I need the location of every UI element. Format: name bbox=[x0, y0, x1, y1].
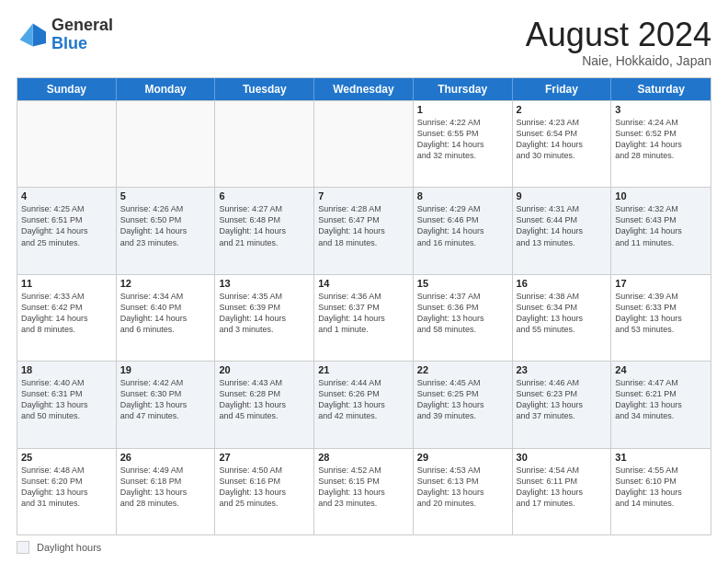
calendar-cell: 23Sunrise: 4:46 AM Sunset: 6:23 PM Dayli… bbox=[513, 362, 612, 447]
day-number: 6 bbox=[219, 190, 310, 201]
title-block: August 2024 Naie, Hokkaido, Japan bbox=[526, 17, 711, 68]
day-number: 12 bbox=[120, 278, 211, 289]
day-number: 14 bbox=[318, 278, 409, 289]
calendar-cell: 17Sunrise: 4:39 AM Sunset: 6:33 PM Dayli… bbox=[611, 275, 711, 361]
calendar-cell: 12Sunrise: 4:34 AM Sunset: 6:40 PM Dayli… bbox=[117, 275, 216, 361]
svg-marker-1 bbox=[20, 23, 33, 46]
cell-info: Sunrise: 4:34 AM Sunset: 6:40 PM Dayligh… bbox=[120, 291, 211, 336]
cell-info: Sunrise: 4:33 AM Sunset: 6:42 PM Dayligh… bbox=[21, 291, 112, 336]
calendar-cell: 30Sunrise: 4:54 AM Sunset: 6:11 PM Dayli… bbox=[513, 449, 612, 534]
calendar-cell: 20Sunrise: 4:43 AM Sunset: 6:28 PM Dayli… bbox=[215, 362, 314, 447]
day-number: 1 bbox=[417, 104, 508, 115]
cell-info: Sunrise: 4:35 AM Sunset: 6:39 PM Dayligh… bbox=[219, 291, 310, 336]
calendar-cell: 10Sunrise: 4:32 AM Sunset: 6:43 PM Dayli… bbox=[611, 188, 711, 273]
cell-info: Sunrise: 4:37 AM Sunset: 6:36 PM Dayligh… bbox=[417, 291, 508, 336]
logo: General Blue bbox=[17, 17, 113, 53]
calendar-cell: 21Sunrise: 4:44 AM Sunset: 6:26 PM Dayli… bbox=[314, 362, 414, 447]
calendar-row: 4Sunrise: 4:25 AM Sunset: 6:51 PM Daylig… bbox=[17, 187, 711, 273]
cell-info: Sunrise: 4:45 AM Sunset: 6:25 PM Dayligh… bbox=[417, 377, 508, 422]
day-number: 22 bbox=[417, 364, 508, 375]
calendar-cell: 29Sunrise: 4:53 AM Sunset: 6:13 PM Dayli… bbox=[414, 449, 513, 534]
calendar-row: 11Sunrise: 4:33 AM Sunset: 6:42 PM Dayli… bbox=[17, 274, 711, 361]
day-number: 16 bbox=[517, 278, 608, 289]
day-number: 23 bbox=[517, 364, 608, 375]
cell-info: Sunrise: 4:48 AM Sunset: 6:20 PM Dayligh… bbox=[21, 465, 112, 510]
day-number: 24 bbox=[615, 364, 707, 375]
header: General Blue August 2024 Naie, Hokkaido,… bbox=[17, 17, 711, 68]
daylight-legend-box bbox=[17, 541, 29, 554]
day-number: 26 bbox=[120, 452, 211, 463]
cell-info: Sunrise: 4:26 AM Sunset: 6:50 PM Dayligh… bbox=[120, 203, 211, 248]
calendar-cell: 11Sunrise: 4:33 AM Sunset: 6:42 PM Dayli… bbox=[17, 275, 117, 361]
day-number: 29 bbox=[417, 452, 508, 463]
weekday-header: Wednesday bbox=[314, 78, 414, 100]
weekday-header: Thursday bbox=[414, 78, 513, 100]
day-number: 21 bbox=[318, 364, 409, 375]
calendar-cell: 1Sunrise: 4:22 AM Sunset: 6:55 PM Daylig… bbox=[414, 101, 513, 187]
calendar-cell bbox=[215, 101, 314, 187]
calendar-cell: 14Sunrise: 4:36 AM Sunset: 6:37 PM Dayli… bbox=[314, 275, 414, 361]
calendar-cell bbox=[314, 101, 414, 187]
day-number: 9 bbox=[517, 190, 608, 201]
calendar-cell: 31Sunrise: 4:55 AM Sunset: 6:10 PM Dayli… bbox=[611, 449, 711, 534]
calendar-body: 1Sunrise: 4:22 AM Sunset: 6:55 PM Daylig… bbox=[17, 100, 711, 534]
calendar-cell: 16Sunrise: 4:38 AM Sunset: 6:34 PM Dayli… bbox=[513, 275, 612, 361]
cell-info: Sunrise: 4:54 AM Sunset: 6:11 PM Dayligh… bbox=[517, 465, 608, 510]
page: General Blue August 2024 Naie, Hokkaido,… bbox=[0, 0, 728, 563]
calendar-row: 25Sunrise: 4:48 AM Sunset: 6:20 PM Dayli… bbox=[17, 448, 711, 534]
calendar-cell: 22Sunrise: 4:45 AM Sunset: 6:25 PM Dayli… bbox=[414, 362, 513, 447]
cell-info: Sunrise: 4:29 AM Sunset: 6:46 PM Dayligh… bbox=[417, 203, 508, 248]
cell-info: Sunrise: 4:31 AM Sunset: 6:44 PM Dayligh… bbox=[517, 203, 608, 248]
weekday-header: Friday bbox=[513, 78, 612, 100]
calendar-row: 1Sunrise: 4:22 AM Sunset: 6:55 PM Daylig… bbox=[17, 100, 711, 187]
weekday-header: Monday bbox=[117, 78, 216, 100]
calendar-cell bbox=[17, 101, 117, 187]
location-subtitle: Naie, Hokkaido, Japan bbox=[526, 53, 711, 68]
day-number: 18 bbox=[21, 364, 112, 375]
cell-info: Sunrise: 4:43 AM Sunset: 6:28 PM Dayligh… bbox=[219, 377, 310, 422]
daylight-legend-label: Daylight hours bbox=[37, 542, 101, 553]
day-number: 28 bbox=[318, 452, 409, 463]
cell-info: Sunrise: 4:40 AM Sunset: 6:31 PM Dayligh… bbox=[21, 377, 112, 422]
day-number: 11 bbox=[21, 278, 112, 289]
cell-info: Sunrise: 4:36 AM Sunset: 6:37 PM Dayligh… bbox=[318, 291, 409, 336]
day-number: 4 bbox=[21, 190, 112, 201]
calendar-cell: 2Sunrise: 4:23 AM Sunset: 6:54 PM Daylig… bbox=[513, 101, 612, 187]
cell-info: Sunrise: 4:50 AM Sunset: 6:16 PM Dayligh… bbox=[219, 465, 310, 510]
calendar-cell: 9Sunrise: 4:31 AM Sunset: 6:44 PM Daylig… bbox=[513, 188, 612, 273]
day-number: 31 bbox=[615, 452, 707, 463]
calendar-cell: 26Sunrise: 4:49 AM Sunset: 6:18 PM Dayli… bbox=[117, 449, 216, 534]
calendar-cell: 15Sunrise: 4:37 AM Sunset: 6:36 PM Dayli… bbox=[414, 275, 513, 361]
calendar-cell: 19Sunrise: 4:42 AM Sunset: 6:30 PM Dayli… bbox=[117, 362, 216, 447]
weekday-header: Sunday bbox=[17, 78, 117, 100]
day-number: 3 bbox=[615, 104, 707, 115]
day-number: 2 bbox=[517, 104, 608, 115]
day-number: 20 bbox=[219, 364, 310, 375]
cell-info: Sunrise: 4:52 AM Sunset: 6:15 PM Dayligh… bbox=[318, 465, 409, 510]
cell-info: Sunrise: 4:23 AM Sunset: 6:54 PM Dayligh… bbox=[517, 117, 608, 162]
calendar-row: 18Sunrise: 4:40 AM Sunset: 6:31 PM Dayli… bbox=[17, 361, 711, 447]
calendar-cell: 27Sunrise: 4:50 AM Sunset: 6:16 PM Dayli… bbox=[215, 449, 314, 534]
svg-marker-0 bbox=[33, 23, 46, 46]
cell-info: Sunrise: 4:22 AM Sunset: 6:55 PM Dayligh… bbox=[417, 117, 508, 162]
day-number: 17 bbox=[615, 278, 707, 289]
calendar-cell: 5Sunrise: 4:26 AM Sunset: 6:50 PM Daylig… bbox=[117, 188, 216, 273]
weekday-header: Saturday bbox=[611, 78, 711, 100]
month-year-title: August 2024 bbox=[526, 17, 711, 53]
calendar-cell: 18Sunrise: 4:40 AM Sunset: 6:31 PM Dayli… bbox=[17, 362, 117, 447]
logo-general: General bbox=[51, 16, 113, 34]
cell-info: Sunrise: 4:24 AM Sunset: 6:52 PM Dayligh… bbox=[615, 117, 707, 162]
day-number: 7 bbox=[318, 190, 409, 201]
footer: Daylight hours bbox=[17, 541, 711, 554]
calendar-cell: 24Sunrise: 4:47 AM Sunset: 6:21 PM Dayli… bbox=[611, 362, 711, 447]
day-number: 13 bbox=[219, 278, 310, 289]
day-number: 25 bbox=[21, 452, 112, 463]
day-number: 27 bbox=[219, 452, 310, 463]
cell-info: Sunrise: 4:27 AM Sunset: 6:48 PM Dayligh… bbox=[219, 203, 310, 248]
cell-info: Sunrise: 4:46 AM Sunset: 6:23 PM Dayligh… bbox=[517, 377, 608, 422]
day-number: 8 bbox=[417, 190, 508, 201]
day-number: 30 bbox=[517, 452, 608, 463]
cell-info: Sunrise: 4:32 AM Sunset: 6:43 PM Dayligh… bbox=[615, 203, 707, 248]
day-number: 5 bbox=[120, 190, 211, 201]
calendar-cell: 28Sunrise: 4:52 AM Sunset: 6:15 PM Dayli… bbox=[314, 449, 414, 534]
